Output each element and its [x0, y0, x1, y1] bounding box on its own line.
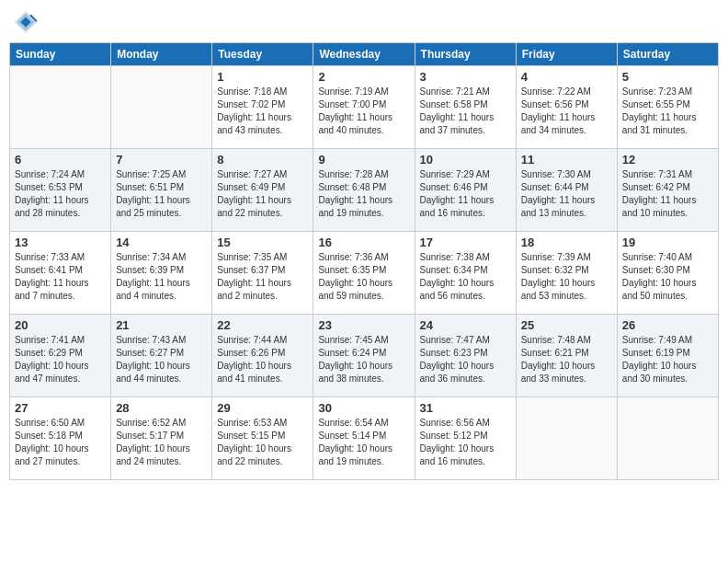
day-number: 23 — [318, 318, 409, 332]
weekday-header: Friday — [516, 43, 617, 66]
day-info: Sunrise: 7:36 AM Sunset: 6:35 PM Dayligh… — [318, 251, 409, 303]
day-number: 18 — [521, 236, 612, 249]
calendar-day-cell: 8Sunrise: 7:27 AM Sunset: 6:49 PM Daylig… — [212, 149, 313, 232]
calendar-day-cell: 4Sunrise: 7:22 AM Sunset: 6:56 PM Daylig… — [516, 66, 617, 149]
calendar-day-cell: 10Sunrise: 7:29 AM Sunset: 6:46 PM Dayli… — [415, 149, 516, 232]
day-number: 25 — [521, 318, 612, 332]
weekday-header: Sunday — [10, 43, 111, 66]
calendar-day-cell — [617, 397, 718, 480]
weekday-header: Saturday — [617, 43, 718, 66]
day-info: Sunrise: 7:23 AM Sunset: 6:55 PM Dayligh… — [622, 86, 713, 137]
day-info: Sunrise: 7:39 AM Sunset: 6:32 PM Dayligh… — [521, 251, 612, 303]
calendar-day-cell: 7Sunrise: 7:25 AM Sunset: 6:51 PM Daylig… — [111, 149, 212, 232]
day-number: 4 — [521, 70, 612, 84]
day-number: 14 — [116, 236, 207, 249]
weekday-header: Monday — [111, 43, 212, 66]
day-info: Sunrise: 7:38 AM Sunset: 6:34 PM Dayligh… — [420, 251, 511, 303]
calendar-day-cell: 3Sunrise: 7:21 AM Sunset: 6:58 PM Daylig… — [415, 66, 516, 149]
calendar-day-cell — [516, 397, 617, 480]
calendar-day-cell: 14Sunrise: 7:34 AM Sunset: 6:39 PM Dayli… — [111, 232, 212, 315]
day-number: 28 — [116, 401, 207, 415]
day-number: 29 — [217, 401, 308, 415]
day-info: Sunrise: 7:30 AM Sunset: 6:44 PM Dayligh… — [521, 168, 612, 220]
day-info: Sunrise: 7:43 AM Sunset: 6:27 PM Dayligh… — [116, 334, 207, 385]
logo — [13, 9, 42, 35]
day-info: Sunrise: 6:56 AM Sunset: 5:12 PM Dayligh… — [420, 417, 511, 468]
calendar-day-cell: 15Sunrise: 7:35 AM Sunset: 6:37 PM Dayli… — [212, 232, 313, 315]
calendar-day-cell: 17Sunrise: 7:38 AM Sunset: 6:34 PM Dayli… — [415, 232, 516, 315]
day-number: 27 — [15, 401, 106, 415]
day-number: 24 — [420, 318, 511, 332]
calendar-week-row: 27Sunrise: 6:50 AM Sunset: 5:18 PM Dayli… — [10, 397, 719, 480]
weekday-header-row: SundayMondayTuesdayWednesdayThursdayFrid… — [10, 43, 719, 66]
calendar-day-cell: 23Sunrise: 7:45 AM Sunset: 6:24 PM Dayli… — [313, 315, 415, 397]
day-number: 5 — [622, 70, 713, 84]
day-info: Sunrise: 7:45 AM Sunset: 6:24 PM Dayligh… — [318, 334, 409, 385]
calendar-day-cell: 6Sunrise: 7:24 AM Sunset: 6:53 PM Daylig… — [10, 149, 111, 232]
calendar-day-cell: 20Sunrise: 7:41 AM Sunset: 6:29 PM Dayli… — [10, 315, 111, 397]
day-info: Sunrise: 6:54 AM Sunset: 5:14 PM Dayligh… — [318, 417, 409, 468]
day-info: Sunrise: 7:48 AM Sunset: 6:21 PM Dayligh… — [521, 334, 612, 385]
day-info: Sunrise: 6:50 AM Sunset: 5:18 PM Dayligh… — [15, 417, 106, 468]
day-info: Sunrise: 7:35 AM Sunset: 6:37 PM Dayligh… — [217, 251, 308, 303]
day-info: Sunrise: 7:24 AM Sunset: 6:53 PM Dayligh… — [15, 168, 106, 220]
day-number: 11 — [521, 153, 612, 167]
day-info: Sunrise: 7:29 AM Sunset: 6:46 PM Dayligh… — [420, 168, 511, 220]
weekday-header: Tuesday — [212, 43, 313, 66]
day-number: 22 — [217, 318, 308, 332]
calendar-day-cell: 12Sunrise: 7:31 AM Sunset: 6:42 PM Dayli… — [617, 149, 718, 232]
day-number: 31 — [420, 401, 511, 415]
day-info: Sunrise: 6:53 AM Sunset: 5:15 PM Dayligh… — [217, 417, 308, 468]
day-number: 1 — [217, 70, 308, 84]
calendar-day-cell: 29Sunrise: 6:53 AM Sunset: 5:15 PM Dayli… — [212, 397, 313, 480]
calendar-day-cell — [10, 66, 111, 149]
day-number: 15 — [217, 236, 308, 249]
calendar-table: SundayMondayTuesdayWednesdayThursdayFrid… — [9, 42, 719, 480]
day-info: Sunrise: 7:31 AM Sunset: 6:42 PM Dayligh… — [622, 168, 713, 220]
day-number: 6 — [15, 153, 106, 167]
day-info: Sunrise: 7:34 AM Sunset: 6:39 PM Dayligh… — [116, 251, 207, 303]
day-info: Sunrise: 6:52 AM Sunset: 5:17 PM Dayligh… — [116, 417, 207, 468]
calendar-day-cell: 18Sunrise: 7:39 AM Sunset: 6:32 PM Dayli… — [516, 232, 617, 315]
day-number: 21 — [116, 318, 207, 332]
day-info: Sunrise: 7:33 AM Sunset: 6:41 PM Dayligh… — [15, 251, 106, 303]
day-number: 9 — [318, 153, 409, 167]
day-info: Sunrise: 7:40 AM Sunset: 6:30 PM Dayligh… — [622, 251, 713, 303]
calendar-day-cell: 13Sunrise: 7:33 AM Sunset: 6:41 PM Dayli… — [10, 232, 111, 315]
day-number: 17 — [420, 236, 511, 249]
calendar-day-cell: 31Sunrise: 6:56 AM Sunset: 5:12 PM Dayli… — [415, 397, 516, 480]
calendar-day-cell: 11Sunrise: 7:30 AM Sunset: 6:44 PM Dayli… — [516, 149, 617, 232]
day-number: 2 — [318, 70, 409, 84]
calendar-day-cell: 9Sunrise: 7:28 AM Sunset: 6:48 PM Daylig… — [313, 149, 415, 232]
day-info: Sunrise: 7:41 AM Sunset: 6:29 PM Dayligh… — [15, 334, 106, 385]
day-info: Sunrise: 7:19 AM Sunset: 7:00 PM Dayligh… — [318, 86, 409, 137]
calendar-week-row: 6Sunrise: 7:24 AM Sunset: 6:53 PM Daylig… — [10, 149, 719, 232]
calendar-day-cell: 19Sunrise: 7:40 AM Sunset: 6:30 PM Dayli… — [617, 232, 718, 315]
calendar-day-cell: 22Sunrise: 7:44 AM Sunset: 6:26 PM Dayli… — [212, 315, 313, 397]
calendar-day-cell: 1Sunrise: 7:18 AM Sunset: 7:02 PM Daylig… — [212, 66, 313, 149]
day-info: Sunrise: 7:22 AM Sunset: 6:56 PM Dayligh… — [521, 86, 612, 137]
calendar-week-row: 20Sunrise: 7:41 AM Sunset: 6:29 PM Dayli… — [10, 315, 719, 397]
day-number: 10 — [420, 153, 511, 167]
calendar-day-cell: 28Sunrise: 6:52 AM Sunset: 5:17 PM Dayli… — [111, 397, 212, 480]
weekday-header: Thursday — [415, 43, 516, 66]
day-number: 8 — [217, 153, 308, 167]
day-number: 20 — [15, 318, 106, 332]
day-info: Sunrise: 7:44 AM Sunset: 6:26 PM Dayligh… — [217, 334, 308, 385]
day-number: 13 — [15, 236, 106, 249]
day-info: Sunrise: 7:27 AM Sunset: 6:49 PM Dayligh… — [217, 168, 308, 220]
calendar-week-row: 13Sunrise: 7:33 AM Sunset: 6:41 PM Dayli… — [10, 232, 719, 315]
day-info: Sunrise: 7:49 AM Sunset: 6:19 PM Dayligh… — [622, 334, 713, 385]
day-number: 16 — [318, 236, 409, 249]
calendar-day-cell: 16Sunrise: 7:36 AM Sunset: 6:35 PM Dayli… — [313, 232, 415, 315]
calendar-day-cell: 5Sunrise: 7:23 AM Sunset: 6:55 PM Daylig… — [617, 66, 718, 149]
day-info: Sunrise: 7:21 AM Sunset: 6:58 PM Dayligh… — [420, 86, 511, 137]
day-number: 26 — [622, 318, 713, 332]
day-info: Sunrise: 7:25 AM Sunset: 6:51 PM Dayligh… — [116, 168, 207, 220]
page-header — [9, 9, 719, 35]
calendar-day-cell: 26Sunrise: 7:49 AM Sunset: 6:19 PM Dayli… — [617, 315, 718, 397]
calendar-day-cell: 25Sunrise: 7:48 AM Sunset: 6:21 PM Dayli… — [516, 315, 617, 397]
day-number: 19 — [622, 236, 713, 249]
calendar-day-cell: 21Sunrise: 7:43 AM Sunset: 6:27 PM Dayli… — [111, 315, 212, 397]
logo-icon — [13, 9, 39, 35]
